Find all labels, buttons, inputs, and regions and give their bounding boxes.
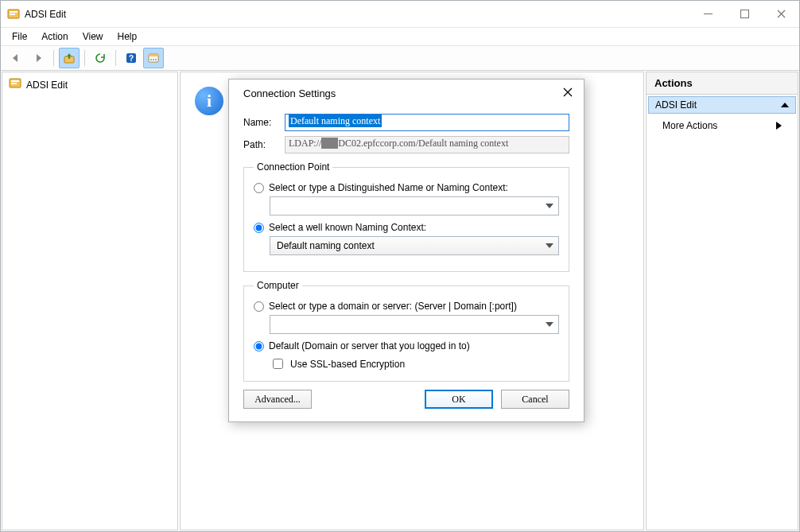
toolbar-separator — [115, 50, 116, 66]
window-buttons — [689, 2, 799, 27]
svg-rect-3 — [704, 14, 713, 14]
connection-point-legend: Connection Point — [254, 161, 332, 173]
menu-file[interactable]: File — [6, 29, 33, 44]
menu-help[interactable]: Help — [111, 29, 144, 44]
svg-rect-1 — [10, 11, 17, 13]
domain-combo[interactable] — [270, 315, 559, 334]
help-button[interactable]: ? — [121, 48, 142, 68]
radio-domain-server[interactable]: Select or type a domain or server: (Serv… — [254, 301, 559, 312]
actions-header: Actions — [647, 72, 798, 95]
app-title: ADSI Edit — [25, 9, 66, 20]
radio-distinguished-name[interactable]: Select or type a Distinguished Name or N… — [254, 182, 559, 193]
chevron-down-icon — [546, 243, 553, 248]
menu-action[interactable]: Action — [35, 29, 74, 44]
radio-default-label: Default (Domain or server that you logge… — [269, 340, 470, 351]
properties-button[interactable] — [143, 48, 164, 68]
actions-pane: Actions ADSI Edit More Actions — [646, 72, 798, 530]
actions-section-adsi[interactable]: ADSI Edit — [648, 96, 796, 114]
svg-rect-15 — [11, 83, 17, 84]
refresh-button[interactable] — [90, 48, 111, 68]
path-display: LDAP://▮▮▮DC02.epfccorp.com/Default nami… — [285, 136, 569, 153]
chevron-down-icon — [546, 322, 553, 327]
actions-section-label: ADSI Edit — [655, 99, 697, 111]
dn-combo[interactable] — [270, 196, 559, 216]
svg-rect-14 — [11, 80, 19, 82]
close-button[interactable] — [763, 2, 799, 27]
ssl-checkbox[interactable] — [273, 359, 283, 369]
toolbar: ? — [1, 45, 799, 71]
toolbar-separator — [53, 50, 54, 66]
tree-icon — [9, 77, 21, 92]
dialog-titlebar: Connection Settings — [229, 80, 584, 106]
ssl-checkbox-row[interactable]: Use SSL-based Encryption — [270, 356, 559, 371]
more-actions-label: More Actions — [662, 120, 717, 131]
ssl-label: Use SSL-based Encryption — [290, 359, 405, 370]
menu-view[interactable]: View — [76, 29, 110, 44]
radio-default-computer[interactable]: Default (Domain or server that you logge… — [254, 340, 559, 351]
name-label: Name: — [243, 117, 278, 128]
svg-text:?: ? — [129, 54, 134, 63]
minimize-button[interactable] — [689, 2, 726, 27]
tree-root-label: ADSI Edit — [26, 80, 68, 91]
info-icon: i — [195, 87, 223, 115]
svg-point-10 — [150, 59, 152, 60]
dialog-title: Connection Settings — [243, 87, 336, 99]
forward-button[interactable] — [28, 48, 49, 68]
radio-well-known[interactable]: Select a well known Naming Context: — [254, 222, 559, 233]
radio-default-input[interactable] — [254, 341, 264, 351]
radio-dn-input[interactable] — [254, 183, 264, 193]
radio-dn-label: Select or type a Distinguished Name or N… — [269, 182, 508, 193]
back-button[interactable] — [6, 48, 26, 68]
chevron-right-icon — [776, 122, 782, 130]
app-window: ADSI Edit File Action View Help ? — [0, 0, 800, 532]
name-value: Default naming context — [289, 115, 382, 127]
connection-settings-dialog: Connection Settings Name: Default naming… — [228, 79, 584, 422]
well-known-combo[interactable]: Default naming context — [270, 236, 559, 255]
more-actions-item[interactable]: More Actions — [647, 115, 798, 136]
toolbar-separator — [84, 50, 85, 66]
dialog-body: Name: Default naming context Path: LDAP:… — [229, 106, 584, 421]
radio-wk-input[interactable] — [254, 223, 264, 233]
name-input[interactable]: Default naming context — [285, 114, 569, 131]
menubar: File Action View Help — [1, 28, 799, 45]
chevron-up-icon — [781, 103, 789, 107]
cancel-button[interactable]: Cancel — [501, 390, 569, 409]
dialog-close-button[interactable] — [563, 87, 573, 99]
computer-legend: Computer — [254, 280, 302, 291]
svg-point-11 — [153, 59, 154, 60]
titlebar: ADSI Edit — [1, 1, 799, 28]
up-button[interactable] — [59, 48, 80, 68]
chevron-down-icon — [546, 204, 553, 208]
radio-wk-label: Select a well known Naming Context: — [269, 222, 426, 233]
advanced-button[interactable]: Advanced... — [243, 390, 312, 409]
radio-domain-label: Select or type a domain or server: (Serv… — [269, 301, 517, 312]
svg-point-12 — [155, 59, 157, 60]
svg-rect-4 — [740, 10, 748, 18]
tree-pane: ADSI Edit — [2, 72, 178, 530]
path-label: Path: — [243, 139, 278, 150]
svg-rect-9 — [149, 54, 158, 56]
maximize-button[interactable] — [726, 2, 763, 27]
ok-button[interactable]: OK — [425, 390, 493, 409]
connection-point-group: Connection Point Select or type a Distin… — [243, 161, 569, 272]
svg-rect-2 — [10, 14, 15, 15]
content-pane: i Acti Acti Serv Micr To c Connection Se… — [180, 72, 644, 530]
app-icon — [7, 8, 20, 21]
computer-group: Computer Select or type a domain or serv… — [243, 280, 569, 382]
client-area: ADSI Edit i Acti Acti Serv Micr To c Con… — [1, 71, 799, 531]
tree-root[interactable]: ADSI Edit — [2, 72, 177, 97]
radio-domain-input[interactable] — [254, 301, 264, 312]
well-known-combo-value: Default naming context — [277, 240, 375, 251]
